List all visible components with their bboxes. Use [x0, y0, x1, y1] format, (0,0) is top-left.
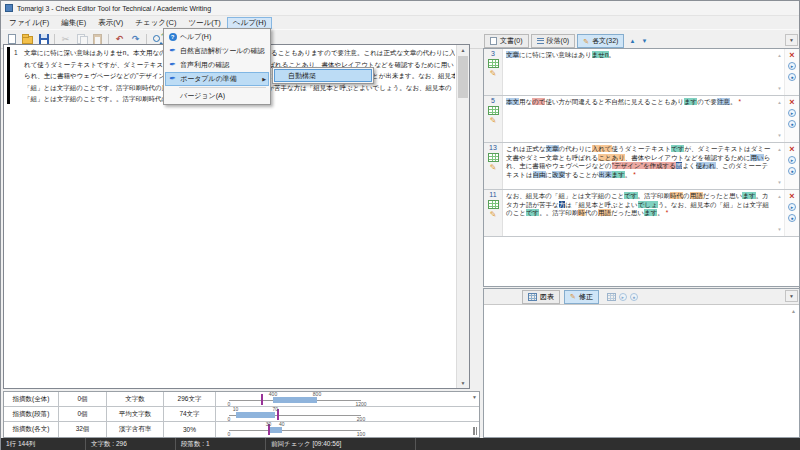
scroll-up-icon[interactable]: ▲ [777, 147, 781, 152]
menu-v[interactable]: 表示(V) [92, 17, 129, 29]
tab-table[interactable]: 図表 [522, 290, 560, 304]
tab-label: 各文(32) [592, 36, 618, 46]
menubar: ファイル(F)編集(E)表示(V)チェック(C)ツール(T)ヘルプ(H) [1, 16, 799, 29]
statusbar-cell-3: 前回チェック [09:40:56] [266, 438, 416, 450]
toolbar-separator [108, 34, 109, 45]
help-menu-item-0[interactable]: ?ヘルプ(H) [165, 30, 269, 44]
jump-to-sentence-button[interactable]: ▸ [788, 203, 796, 211]
delete-card-button[interactable]: × [789, 98, 794, 106]
help-menu-item-1[interactable]: ✒自然言語解析ツールの確認 [165, 44, 269, 58]
card-controls: ×▸● [784, 190, 799, 236]
stats-metric: 文字数 [107, 392, 164, 406]
edit-pencil-icon[interactable]: ✎ [490, 211, 497, 219]
tab-paragraph[interactable]: 段落(0) [531, 34, 576, 48]
sentence-text[interactable]: これは正式な文章の代わりに入れて使うダミーテキストですが、ダミーテキストはダミー… [503, 143, 775, 189]
stats-metric: 平均文字数 [107, 407, 164, 421]
delete-card-button[interactable]: × [789, 192, 794, 200]
pen-icon: ✒ [168, 61, 177, 69]
stats-metric: 漢字含有率 [107, 422, 164, 437]
sentence-text[interactable]: なお、組見本の「組」とは文字組のことです。活字印刷時代の用語だったと思います。カ… [503, 190, 775, 236]
card-scrollbar[interactable]: ▲▼ [775, 49, 784, 95]
save-glyph [39, 34, 49, 44]
jump-to-sentence-button[interactable]: ▸ [788, 109, 796, 117]
gauge-tick-label: 10 [233, 407, 239, 412]
jump-to-sentence-button[interactable]: ▸ [788, 62, 796, 70]
sentence-text[interactable]: 本文用なので使い方が間違えると不自然に見えることもありますので要注意。 * [503, 96, 775, 142]
analysis-table-icon[interactable] [488, 153, 499, 162]
help-circle-icon: ? [168, 33, 177, 41]
highlight-teal: です [671, 145, 684, 152]
scroll-down-icon[interactable]: ▼ [777, 86, 781, 91]
stats-value: 296文字 [164, 392, 216, 406]
analysis-table-icon[interactable] [488, 59, 499, 68]
apply-fix-button[interactable]: ● [788, 120, 796, 128]
sentence-card: 13✎これは正式な文章の代わりに入れて使うダミーテキストですが、ダミーテキストは… [484, 143, 799, 190]
stats-gauge: 01003040 [216, 422, 479, 437]
help-menu-item-3[interactable]: ✒ポータブルの準備▶ [165, 72, 269, 86]
tab-document[interactable]: 文書(0) [484, 34, 529, 48]
pen-icon: ✒ [168, 75, 177, 83]
scroll-down-icon[interactable]: ▼ [777, 133, 781, 138]
tab-pencil[interactable]: ✎修正 [564, 290, 599, 304]
card-controls: ×▸● [784, 49, 799, 95]
help-menu-item-2[interactable]: ✒音声利用の確認 [165, 58, 269, 72]
grid-icon[interactable] [607, 293, 616, 301]
right-panel-tabs: 文書(0)段落(0)✎各文(32)▲▼ [484, 32, 780, 48]
app-icon [5, 4, 13, 12]
scroll-up-icon[interactable]: ▲ [777, 194, 781, 199]
apply-fix-button[interactable]: ● [788, 167, 796, 175]
help-menu-item-5[interactable]: バージョン(A) [165, 89, 269, 103]
prev-button[interactable]: ▸ [619, 293, 627, 301]
card-meta-column: 13✎ [484, 143, 503, 189]
scrollbar-thumb[interactable] [458, 56, 468, 98]
panel-expand-button[interactable]: ▼ [785, 34, 798, 46]
menu-t[interactable]: ツール(T) [182, 17, 226, 29]
stats-label: 指摘数(各文) [4, 422, 59, 437]
highlight-orange: 入れて [592, 145, 612, 152]
card-scrollbar[interactable]: ▲▼ [775, 190, 784, 236]
editor-scrollbar[interactable]: ▲ ▼ [456, 45, 469, 388]
panel-expand-button[interactable]: ▼ [785, 290, 798, 302]
menu-e[interactable]: 編集(E) [55, 17, 92, 29]
sort-up-button[interactable]: ▲ [626, 34, 638, 48]
stats-gauge: 02001070 [216, 407, 479, 421]
scroll-up-icon[interactable]: ▲ [777, 53, 781, 58]
jump-to-sentence-button[interactable]: ▸ [788, 156, 796, 164]
delete-card-button[interactable]: × [789, 145, 794, 153]
tab-sentence[interactable]: ✎各文(32) [577, 34, 624, 48]
sentence-text[interactable]: 文章にに特に深い意味はありませn。 [503, 49, 775, 95]
menu-f[interactable]: ファイル(F) [3, 17, 55, 29]
menu-h[interactable]: ヘルプ(H) [227, 17, 272, 29]
analysis-table-icon[interactable] [488, 106, 499, 115]
menu-item-auto-build[interactable]: 自動構築 [274, 69, 372, 82]
edit-pencil-icon[interactable]: ✎ [490, 164, 497, 172]
edit-pencil-icon[interactable]: ✎ [490, 70, 497, 78]
line-number [6, 70, 24, 82]
sort-down-button[interactable]: ▼ [638, 34, 650, 48]
scroll-up-icon[interactable]: ▲ [791, 308, 796, 314]
highlight-teal: ます [644, 209, 657, 216]
delete-card-button[interactable]: × [789, 51, 794, 59]
apply-fix-button[interactable]: ● [788, 214, 796, 222]
gauge-recommended-band [236, 412, 276, 418]
card-scrollbar[interactable]: ▲▼ [775, 143, 784, 189]
scroll-down-icon[interactable]: ▼ [777, 227, 781, 232]
scroll-up-icon[interactable]: ▲ [461, 47, 466, 53]
apply-fix-button[interactable]: ● [788, 73, 796, 81]
card-scrollbar[interactable]: ▲▼ [775, 96, 784, 142]
edit-pencil-icon[interactable]: ✎ [490, 117, 497, 125]
menu-separator [179, 87, 266, 88]
menu-c[interactable]: チェック(C) [129, 17, 182, 29]
analysis-table-icon[interactable] [488, 200, 499, 209]
text-segment: 、書体やレイアウトなどを確認するために [625, 154, 751, 161]
scroll-down-icon[interactable]: ▼ [461, 380, 466, 386]
scroll-up-icon[interactable]: ▲ [777, 100, 781, 105]
highlight-blue: 改変 [552, 171, 565, 178]
text-segment: ので要 [697, 98, 717, 105]
stats-row: 指摘数(各文)32個漢字含有率30%01003040 [4, 422, 479, 437]
highlight-blue: 注意 [717, 98, 730, 105]
scroll-down-icon[interactable]: ▼ [777, 180, 781, 185]
statusbar-cell-1: 文字数 : 296 [86, 438, 176, 450]
next-button[interactable]: ● [630, 293, 638, 301]
menu-item-label: ヘルプ(H) [180, 32, 211, 42]
